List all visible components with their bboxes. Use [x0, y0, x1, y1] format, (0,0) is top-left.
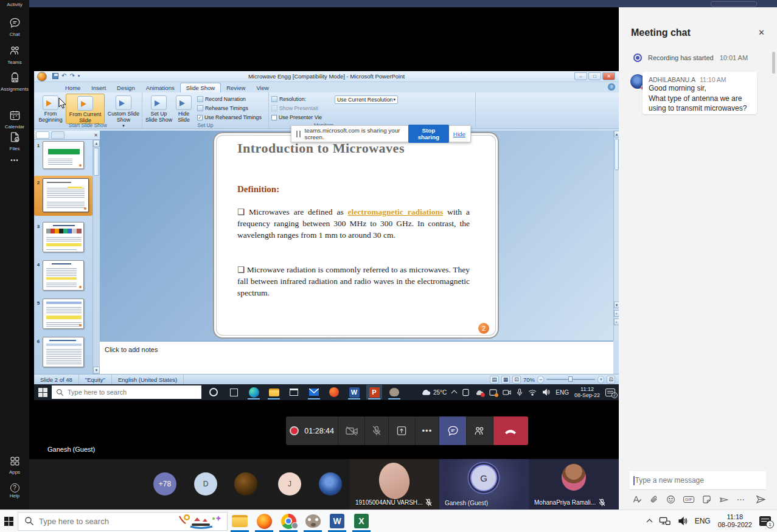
tray-wifi-icon[interactable] — [528, 389, 537, 396]
slide-thumbnail-2-selected[interactable]: 2 — [34, 176, 92, 216]
zoom-out-icon[interactable]: − — [537, 376, 544, 384]
emoji-icon[interactable] — [666, 495, 675, 504]
store-icon[interactable] — [286, 385, 302, 399]
participant-tile-3[interactable]: MohanaPriya Ramali... — [529, 459, 619, 510]
hang-up-button[interactable] — [493, 416, 529, 445]
task-view-icon[interactable] — [226, 385, 242, 399]
tab-slide-show[interactable]: Slide Show — [180, 83, 221, 92]
zoom-slider[interactable] — [546, 379, 595, 380]
hide-sharing-link[interactable]: Hide — [453, 131, 465, 137]
cortana-icon[interactable] — [206, 385, 221, 399]
close-chat-icon[interactable]: ✕ — [758, 28, 765, 37]
normal-view-icon[interactable]: ▤ — [490, 376, 499, 384]
tab-animations[interactable]: Animations — [141, 83, 180, 92]
participant-tile-1[interactable]: 19105004ANU VARSH... — [350, 459, 439, 510]
tray-chevron-icon[interactable] — [646, 519, 652, 525]
tray-clock[interactable]: 11:1208-Sep-22 — [574, 386, 600, 398]
tray-chevron-icon[interactable] — [451, 390, 458, 396]
set-up-slide-show-button[interactable]: Set Up Slide Show — [145, 94, 173, 123]
use-presenter-view-checkbox[interactable]: Use Presenter Vie — [271, 114, 322, 120]
tray-cloud-error-icon[interactable] — [475, 389, 484, 396]
start-button[interactable] — [38, 388, 47, 397]
chat-message[interactable]: ADHILABANU.A11:10 AM Good morning sir, W… — [643, 72, 757, 114]
save-icon[interactable] — [52, 73, 58, 79]
tab-review[interactable]: Review — [221, 83, 251, 92]
action-center-icon[interactable]: 1 — [759, 516, 771, 526]
tab-insert[interactable]: Insert — [86, 83, 111, 92]
from-current-slide-button[interactable]: From Current Slide — [66, 94, 105, 124]
sidebar-item-teams[interactable]: Teams — [0, 45, 29, 65]
outline-tab[interactable] — [51, 131, 64, 139]
use-rehearsed-timings-checkbox[interactable]: ✓Use Rehearsed Timings — [197, 114, 262, 120]
hyperlink-text[interactable]: electromagnetic radiations — [348, 207, 444, 216]
tab-design[interactable]: Design — [111, 83, 141, 92]
speaker-icon[interactable] — [678, 517, 688, 525]
powerpoint-icon[interactable]: P — [366, 385, 382, 399]
tray-device-icon[interactable] — [462, 389, 470, 396]
tray-clock[interactable]: 11:1808-09-2022 — [718, 513, 752, 529]
new-message-input[interactable] — [635, 476, 757, 485]
slide-thumbnail-5[interactable]: 5 — [34, 299, 92, 329]
tray-speaker-icon[interactable] — [542, 389, 550, 396]
sidebar-item-assignments[interactable]: Assignments — [0, 72, 29, 92]
chrome-icon[interactable] — [276, 510, 301, 532]
stop-sharing-button[interactable]: Stop sharing — [408, 125, 449, 143]
rehearse-timings-button[interactable]: Rehearse Timings — [197, 105, 248, 111]
editing-scrollbar[interactable]: ▲ ▼ « » — [613, 131, 619, 340]
more-compose-icon[interactable]: ⋯ — [737, 495, 745, 504]
slide-thumbnail-4[interactable]: 4 — [34, 260, 92, 291]
notes-pane[interactable]: Click to add notes — [100, 340, 613, 374]
mic-off-button[interactable] — [365, 416, 389, 445]
close-button[interactable]: ✕ — [602, 72, 615, 80]
participant-avatar-d[interactable]: D — [194, 472, 217, 496]
tray-mic-icon[interactable] — [517, 389, 523, 396]
inner-search-input[interactable] — [68, 389, 177, 396]
overflow-participants-avatar[interactable]: +78 — [153, 472, 176, 496]
more-actions-button[interactable]: ••• — [416, 416, 440, 445]
action-center-icon[interactable]: 2 — [605, 389, 615, 396]
sidebar-item-help[interactable]: ? Help — [0, 482, 29, 499]
new-message-box[interactable] — [630, 471, 766, 490]
tray-language[interactable]: ENG — [695, 517, 711, 525]
gif-icon[interactable]: GIF — [683, 496, 694, 503]
tray-screenclip-icon[interactable] — [489, 389, 497, 396]
format-icon[interactable] — [632, 495, 642, 504]
sidebar-more-button[interactable]: ••• — [0, 157, 29, 164]
sidebar-item-apps[interactable]: Apps — [0, 456, 29, 475]
hide-slide-button[interactable]: Hide Slide — [174, 94, 193, 123]
attach-icon[interactable] — [650, 495, 658, 504]
redo-icon[interactable]: ↷ — [69, 72, 74, 79]
slides-tab[interactable] — [36, 131, 49, 139]
participant-avatar-photo[interactable] — [234, 472, 257, 496]
slide-thumbnail-6[interactable]: 6 — [34, 337, 92, 367]
qat-menu-icon[interactable]: ▾ — [78, 74, 80, 78]
tab-view[interactable]: View — [251, 83, 274, 92]
start-button[interactable] — [4, 517, 13, 526]
undo-icon[interactable]: ↶ — [61, 72, 66, 79]
tab-home[interactable]: Home — [60, 83, 86, 92]
sticker-icon[interactable] — [702, 495, 711, 504]
slideshow-view-icon[interactable]: ⊡ — [512, 376, 521, 384]
resolution-dropdown[interactable]: Use Current Resolution▾ — [335, 95, 398, 104]
chat-button-active[interactable] — [439, 416, 467, 445]
tray-camera-icon[interactable] — [503, 389, 511, 396]
word-icon[interactable]: W — [346, 385, 362, 399]
office-icon[interactable] — [326, 385, 342, 399]
slide-sorter-icon[interactable]: ▦ — [501, 376, 510, 384]
excel-icon[interactable]: X — [349, 510, 374, 532]
close-panel-icon[interactable]: ✕ — [94, 133, 98, 138]
quick-access-toolbar[interactable]: ↶ ↷ ▾ — [52, 72, 80, 79]
maximize-button[interactable]: □ — [588, 72, 601, 80]
slide-canvas[interactable]: Introduction to Microwaves Definition: ❑… — [213, 132, 499, 339]
ppt-help-button[interactable]: ? — [608, 83, 615, 91]
camera-off-button[interactable] — [338, 416, 364, 445]
sidebar-item-activity[interactable]: Activity — [0, 1, 29, 7]
file-explorer-icon[interactable] — [266, 385, 282, 399]
zoom-in-icon[interactable]: + — [598, 376, 604, 384]
sidebar-item-calendar[interactable]: Calendar — [0, 109, 29, 130]
slides-panel-scrollbar[interactable]: ▲ ▼ — [92, 140, 99, 374]
network-icon[interactable] — [659, 516, 671, 526]
slide-thumbnail-1[interactable]: 1 — [34, 141, 92, 169]
chat-scrollbar[interactable] — [772, 52, 775, 74]
share-tray-button[interactable] — [389, 416, 415, 445]
